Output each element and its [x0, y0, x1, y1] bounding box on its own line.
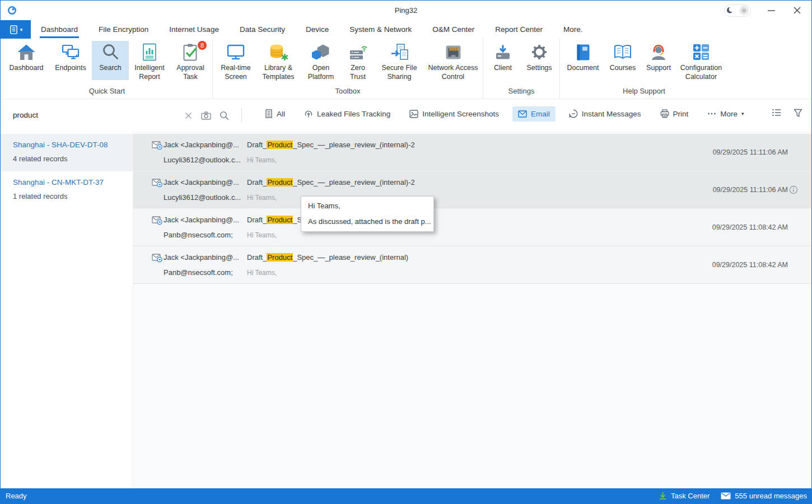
subject-prefix: Draft_	[247, 216, 267, 224]
ribbon-button-label: Dashboard	[9, 63, 43, 72]
tab-more[interactable]: More.	[562, 20, 584, 39]
sidebar-result-item[interactable]: Shanghai - SHA-DEV-DT-08 4 related recor…	[1, 134, 133, 171]
filter-label: Intelligent Screenshots	[422, 110, 499, 118]
filter-email[interactable]: Email	[512, 106, 556, 122]
email-sent-icon	[152, 216, 162, 227]
filter-chips: All Leaked Files Tracking Intelligent Sc…	[259, 106, 758, 122]
tab-system-network[interactable]: System & Network	[348, 20, 413, 39]
email-row[interactable]: Jack <Jackpanbing@... Lucyli3612@outlook…	[133, 134, 811, 171]
filter-more[interactable]: More ▾	[702, 106, 749, 122]
filter-intelligent-screenshots[interactable]: Intelligent Screenshots	[404, 106, 505, 122]
approval-task-badge: 8	[198, 41, 207, 50]
ribbon-realtime-screen-button[interactable]: Real-time Screen	[214, 41, 257, 80]
sidebar-result-item[interactable]: Shanghai - CN-MKT-DT-37 1 related record…	[1, 171, 133, 209]
search-input[interactable]	[13, 108, 175, 122]
clear-icon[interactable]	[183, 110, 194, 121]
tab-report-center[interactable]: Report Center	[494, 20, 544, 39]
related-records-count: 1 related records	[13, 192, 127, 200]
preview: Hi Teams,	[247, 269, 277, 277]
ribbon-intelligent-report-button[interactable]: Intelligent Report	[129, 41, 170, 80]
task-center-label: Task Center	[671, 492, 710, 500]
server-wifi-icon	[348, 41, 368, 63]
ribbon-button-label: Secure File Sharing	[374, 63, 425, 81]
recipient: Panb@nsecsoft.com;	[164, 231, 233, 239]
search-icon	[101, 41, 120, 63]
subject-highlight: Product	[267, 141, 293, 149]
ribbon-search-button[interactable]: Search	[92, 41, 129, 80]
magnifier-icon[interactable]	[218, 110, 230, 121]
subject-suffix: _Spec_—_please_review_(internal)-2	[293, 178, 415, 186]
tab-internet-usage[interactable]: Internet Usage	[168, 20, 220, 39]
sun-icon[interactable]	[739, 6, 749, 15]
email-row[interactable]: Jack <Jackpanbing@... Lucyli3612@outlook…	[133, 171, 811, 209]
tab-device[interactable]: Device	[305, 20, 330, 39]
envelope-icon	[518, 110, 527, 118]
filter-print[interactable]: Print	[655, 106, 694, 122]
email-row[interactable]: Jack <Jackpanbing@... Panb@nsecsoft.com;…	[133, 246, 811, 284]
recipient: Lucyli3612@outlook.c...	[164, 193, 241, 202]
tooltip-line: As discussed, attached is the draft p...	[308, 217, 427, 226]
timestamp: 09/29/2025 11:08:42 AM	[712, 223, 788, 231]
subject: Draft_Product_Spec_—_please_review_(inte…	[247, 141, 415, 149]
ribbon-group-label: Quick Start	[2, 86, 212, 99]
camera-icon[interactable]	[200, 110, 212, 121]
ribbon-group-settings: Client Settings Settings	[483, 39, 560, 99]
ribbon-library-templates-button[interactable]: Library & Templates	[257, 41, 300, 80]
subject-suffix: _Spec_—_please_review_(internal)	[293, 253, 408, 262]
close-button[interactable]	[791, 5, 802, 16]
ribbon-network-access-control-button[interactable]: Network Access Control	[425, 41, 481, 80]
ribbon-open-platform-button[interactable]: Open Platform	[300, 41, 342, 80]
subject-prefix: Draft_	[247, 141, 267, 149]
filter-label: Print	[673, 110, 689, 118]
unread-messages-button[interactable]: 555 unread messages	[721, 492, 807, 500]
filter-all[interactable]: All	[259, 106, 291, 122]
endpoint-name: Shanghai - CN-MKT-DT-37	[13, 178, 127, 186]
status-text: Ready	[1, 492, 27, 500]
divider	[241, 108, 242, 123]
subject: Draft_Product_Spec_—_please_review_(inte…	[247, 178, 415, 186]
ribbon-settings-button[interactable]: Settings	[521, 41, 558, 80]
minimize-button[interactable]	[766, 5, 777, 16]
task-center-button[interactable]: Task Center	[659, 492, 710, 500]
ribbon-courses-button[interactable]: Courses	[604, 41, 641, 80]
ribbon-document-button[interactable]: Document	[562, 41, 604, 80]
tab-dashboard[interactable]: Dashboard	[40, 20, 79, 39]
ribbon-button-label: Endpoints	[55, 63, 86, 72]
filter-leaked-files-tracking[interactable]: Leaked Files Tracking	[298, 106, 396, 122]
app-menu-button[interactable]: ▾	[1, 20, 31, 39]
ribbon-button-label: Real-time Screen	[214, 63, 257, 81]
email-result-list: Jack <Jackpanbing@... Lucyli3612@outlook…	[133, 131, 811, 488]
ribbon-dashboard-button[interactable]: Dashboard	[3, 41, 49, 80]
tab-om-center[interactable]: O&M Center	[431, 20, 475, 39]
ribbon-group-quick-start: Dashboard Endpoints Search	[2, 39, 213, 99]
filter-instant-messages[interactable]: Instant Messages	[563, 106, 647, 122]
ribbon-zero-trust-button[interactable]: Zero Trust	[342, 41, 374, 80]
subject-highlight: Product	[267, 178, 293, 186]
info-icon[interactable]	[789, 185, 798, 197]
moon-icon[interactable]	[726, 7, 734, 14]
ribbon-client-button[interactable]: Client	[485, 41, 521, 80]
search-filter-bar: All Leaked Files Tracking Intelligent Sc…	[1, 99, 811, 131]
messages-envelope-icon	[721, 492, 731, 500]
list-view-icon[interactable]	[772, 109, 781, 118]
ribbon-endpoints-button[interactable]: Endpoints	[49, 41, 92, 80]
sender: Jack <Jackpanbing@...	[164, 253, 239, 262]
ping32-window: Ping32 ▾ Das	[0, 0, 812, 504]
tooltip-line: Hi Teams,	[308, 202, 427, 210]
ribbon-configuration-calculator-button[interactable]: Configuration Calculator	[676, 41, 726, 80]
chat-bubble-icon	[569, 109, 578, 118]
tab-data-security[interactable]: Data Security	[239, 20, 286, 39]
email-row[interactable]: Jack <Jackpanbing@... Panb@nsecsoft.com;…	[133, 209, 811, 246]
database-icon	[269, 41, 288, 63]
chevron-down-icon: ▾	[20, 27, 23, 32]
ribbon-support-button[interactable]: Support	[641, 41, 676, 80]
ribbon-secure-file-sharing-button[interactable]: Secure File Sharing	[374, 41, 425, 80]
ribbon-group-toolbox: Real-time Screen Library & Templates Ope…	[213, 39, 483, 99]
ribbon-button-label: Approval Task	[170, 63, 211, 81]
ribbon-group-label: Settings	[484, 86, 559, 99]
theme-toggle[interactable]	[724, 4, 751, 17]
ribbon-approval-task-button[interactable]: 8 Approval Task	[170, 41, 211, 80]
tab-file-encryption[interactable]: File Encryption	[97, 20, 150, 39]
filter-funnel-icon[interactable]	[794, 109, 802, 118]
open-book-icon	[613, 41, 632, 63]
